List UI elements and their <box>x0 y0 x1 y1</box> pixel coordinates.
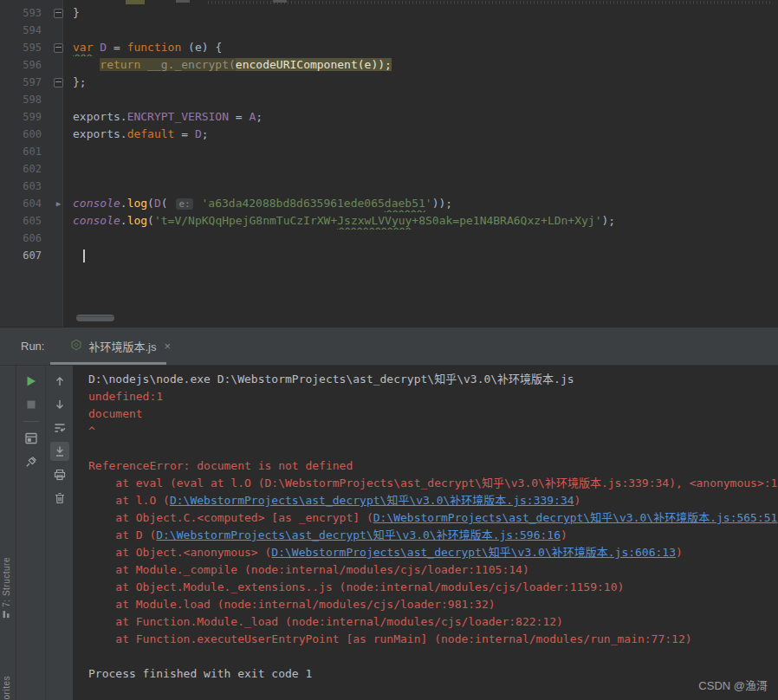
line-number[interactable]: 607 <box>0 247 49 264</box>
line-number[interactable]: 597 <box>0 74 49 91</box>
line-number[interactable]: 601 <box>0 143 49 160</box>
line-number[interactable]: 596 <box>0 56 49 74</box>
line-number[interactable]: 600 <box>0 126 49 143</box>
gutter-fold-area <box>49 91 68 108</box>
stack-trace-link[interactable]: D:\WebstormProjects\ast_decrypt\知乎\v3.0\… <box>170 494 574 507</box>
console-text: at l.O ( <box>88 494 170 507</box>
editor-line[interactable]: 604▶console.log(D( e: 'a63da42088bd8d635… <box>0 195 778 212</box>
gutter-fold-area: ▶ <box>49 195 68 212</box>
console-text: document <box>88 407 143 420</box>
code-text[interactable] <box>68 247 778 264</box>
close-icon[interactable]: × <box>164 340 171 353</box>
line-number[interactable]: 604 <box>0 195 49 212</box>
console-line <box>88 648 778 665</box>
editor-line[interactable]: 605console.log('t=V/NpKQqHpejG8nmTuCzIrX… <box>0 212 778 230</box>
console-line: undefined:1 <box>88 388 778 405</box>
console-line: document <box>88 405 778 423</box>
gutter-fold-area <box>49 39 68 56</box>
soft-wrap-button[interactable] <box>50 418 69 438</box>
code-text[interactable]: var D = function (e) { <box>68 39 778 56</box>
code-text[interactable]: console.log('t=V/NpKQqHpejG8nmTuCzIrXW+J… <box>68 212 778 230</box>
stack-trace-link[interactable]: D:\WebstormProjects\ast_decrypt\知乎\v3.0\… <box>373 511 778 524</box>
fold-marker-icon[interactable] <box>54 78 63 88</box>
editor-line[interactable]: 601 <box>0 143 778 160</box>
code-text[interactable] <box>68 91 778 108</box>
line-number[interactable]: 599 <box>0 108 49 126</box>
line-number[interactable]: 603 <box>0 178 49 195</box>
editor-top-remnant <box>176 0 190 3</box>
console-text: ^ <box>88 425 95 438</box>
line-number[interactable]: 605 <box>0 212 49 230</box>
code-text[interactable]: exports.default = D; <box>68 126 778 143</box>
console-text: Process finished with exit code 1 <box>88 667 312 680</box>
stack-trace-link[interactable]: D:\WebstormProjects\ast_decrypt\知乎\v3.0\… <box>271 546 676 559</box>
print-button[interactable] <box>50 465 69 484</box>
code-text[interactable]: return __g._encrypt(encodeURIComponent(e… <box>68 56 778 74</box>
rerun-button[interactable] <box>22 372 41 391</box>
editor-line[interactable]: 593} <box>0 4 778 22</box>
code-text[interactable] <box>68 143 778 160</box>
code-editor[interactable]: 593}594595var D = function (e) {596 retu… <box>0 0 778 327</box>
code-text[interactable] <box>68 160 778 178</box>
line-number[interactable]: 602 <box>0 160 49 178</box>
editor-line[interactable]: 602 <box>0 160 778 178</box>
console-line: at Function.Module._load (node:internal/… <box>88 613 778 631</box>
favorites-label: Favorites <box>2 676 11 700</box>
tool-window-bar: 7: Structure Favorites <box>0 366 16 700</box>
scroll-to-end-button[interactable] <box>50 442 69 461</box>
gutter-fold-area <box>49 56 68 74</box>
fold-marker-icon[interactable] <box>54 9 63 18</box>
code-text[interactable] <box>68 230 778 247</box>
ide-window: 593}594595var D = function (e) {596 retu… <box>0 0 778 700</box>
console-line: at D (D:\WebstormProjects\ast_decrypt\知乎… <box>88 527 778 544</box>
gutter-fold-area <box>49 230 68 247</box>
editor-line[interactable]: 600exports.default = D; <box>0 126 778 143</box>
editor-line[interactable]: 597}; <box>0 74 778 91</box>
stop-button[interactable] <box>22 395 41 414</box>
console-line: at Object.<anonymous> (D:\WebstormProjec… <box>88 544 778 561</box>
code-text[interactable] <box>68 178 778 195</box>
code-text[interactable]: exports.ENCRYPT_VERSION = A; <box>68 108 778 126</box>
editor-line[interactable]: 607 <box>0 247 778 264</box>
editor-line[interactable]: 603 <box>0 178 778 195</box>
code-text[interactable]: }; <box>68 74 778 91</box>
restore-layout-button[interactable] <box>22 429 41 448</box>
run-header: Run: 补环境版本.js × <box>0 327 778 366</box>
gutter-fold-area <box>49 108 68 126</box>
console-text: ReferenceError: document is not defined <box>88 459 353 472</box>
pin-button[interactable] <box>22 452 41 471</box>
stack-trace-link[interactable]: D:\WebstormProjects\ast_decrypt\知乎\v3.0\… <box>156 528 561 541</box>
line-number[interactable]: 593 <box>0 4 49 22</box>
run-toolbar-left <box>16 366 46 700</box>
run-tab[interactable]: 补环境版本.js × <box>63 327 178 365</box>
clear-all-button[interactable] <box>50 489 69 508</box>
code-text[interactable]: console.log(D( e: 'a63da42088bd8d635961e… <box>68 195 778 212</box>
fold-marker-icon[interactable] <box>54 43 63 53</box>
console-text: ) <box>561 528 567 541</box>
horizontal-scrollbar[interactable] <box>76 314 114 321</box>
line-number[interactable]: 598 <box>0 91 49 108</box>
up-stack-trace-button[interactable] <box>50 372 69 391</box>
console-text: undefined:1 <box>88 390 163 403</box>
code-text[interactable] <box>68 22 778 39</box>
editor-line[interactable]: 595var D = function (e) { <box>0 39 778 56</box>
sidebar-item-favorites[interactable]: Favorites <box>2 676 11 700</box>
run-toolbar-right <box>46 366 73 700</box>
line-number[interactable]: 606 <box>0 230 49 247</box>
console-text: at Module._compile (node:internal/module… <box>88 563 529 576</box>
code-text[interactable]: } <box>68 4 778 22</box>
console-line <box>88 440 778 457</box>
editor-line[interactable]: 606 <box>0 230 778 247</box>
active-tab-underline <box>50 362 166 365</box>
editor-line[interactable]: 598 <box>0 91 778 108</box>
editor-line[interactable]: 599exports.ENCRYPT_VERSION = A; <box>0 108 778 126</box>
run-console[interactable]: D:\nodejs\node.exe D:\WebstormProjects\a… <box>73 366 778 700</box>
sidebar-item-structure[interactable]: 7: Structure <box>2 557 11 619</box>
editor-line[interactable]: 596 return __g._encrypt(encodeURICompone… <box>0 56 778 74</box>
line-number[interactable]: 595 <box>0 39 49 56</box>
line-number[interactable]: 594 <box>0 22 49 39</box>
run-line-marker-icon[interactable]: ▶ <box>56 200 61 208</box>
console-line: D:\nodejs\node.exe D:\WebstormProjects\a… <box>88 371 778 388</box>
editor-line[interactable]: 594 <box>0 22 778 39</box>
down-stack-trace-button[interactable] <box>50 395 69 414</box>
